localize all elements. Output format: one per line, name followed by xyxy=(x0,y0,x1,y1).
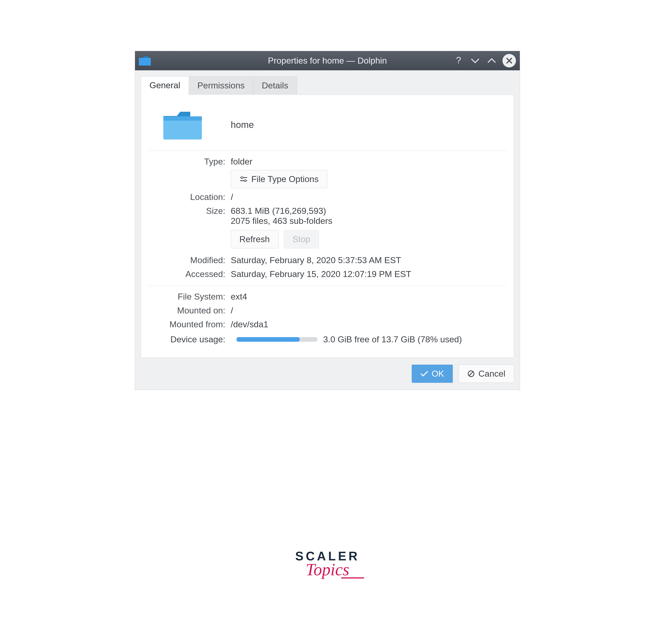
mounted-from-label: Mounted from: xyxy=(148,319,231,329)
mounted-on-label: Mounted on: xyxy=(148,305,231,316)
modified-value: Saturday, February 8, 2020 5:37:53 AM ES… xyxy=(231,255,507,265)
no-icon xyxy=(467,370,475,377)
app-folder-icon xyxy=(139,56,151,66)
svg-line-9 xyxy=(469,372,473,376)
maximize-button[interactable] xyxy=(486,55,497,66)
svg-point-5 xyxy=(241,177,243,179)
type-label: Type: xyxy=(148,157,231,188)
tab-permissions[interactable]: Permissions xyxy=(189,76,253,95)
svg-rect-0 xyxy=(139,58,151,66)
brand-logo: SCALER Topics xyxy=(0,549,655,579)
help-button[interactable]: ? xyxy=(453,55,464,66)
minimize-button[interactable] xyxy=(469,55,481,66)
folder-name: home xyxy=(231,119,254,130)
button-label: File Type Options xyxy=(251,174,319,184)
file-type-options-button[interactable]: File Type Options xyxy=(231,170,327,188)
check-icon xyxy=(420,370,428,377)
size-line-1: 683.1 MiB (716,269,593) xyxy=(231,206,507,216)
properties-dialog: Properties for home — Dolphin ? General xyxy=(135,51,520,390)
dialog-footer: OK Cancel xyxy=(141,358,514,383)
button-label: Stop xyxy=(293,234,310,244)
filesystem-label: File System: xyxy=(148,292,231,302)
svg-text:?: ? xyxy=(456,55,461,65)
tab-details[interactable]: Details xyxy=(253,76,297,95)
device-usage-text: 3.0 GiB free of 13.7 GiB (78% used) xyxy=(323,335,462,344)
size-line-2: 2075 files, 463 sub-folders xyxy=(231,216,507,226)
close-button[interactable] xyxy=(502,54,516,67)
tab-label: Permissions xyxy=(197,80,244,90)
tab-general[interactable]: General xyxy=(141,76,189,95)
mounted-from-value: /dev/sda1 xyxy=(231,319,507,329)
tab-label: General xyxy=(149,80,180,90)
button-label: Refresh xyxy=(239,234,270,244)
accessed-value: Saturday, February 15, 2020 12:07:19 PM … xyxy=(231,269,507,279)
modified-label: Modified: xyxy=(148,255,231,265)
brand-line-2: Topics xyxy=(0,560,655,579)
refresh-button[interactable]: Refresh xyxy=(231,230,279,248)
accessed-label: Accessed: xyxy=(148,269,231,279)
titlebar[interactable]: Properties for home — Dolphin ? xyxy=(135,51,520,70)
tabstrip: General Permissions Details xyxy=(141,76,514,95)
cancel-button[interactable]: Cancel xyxy=(459,365,514,383)
svg-rect-3 xyxy=(163,116,202,121)
device-usage-bar xyxy=(236,337,318,342)
type-value: folder xyxy=(231,157,507,167)
sliders-icon xyxy=(239,176,248,183)
svg-point-7 xyxy=(244,180,246,182)
folder-icon xyxy=(161,108,204,141)
filesystem-value: ext4 xyxy=(231,292,507,302)
mounted-on-value: / xyxy=(231,305,507,316)
device-usage-fill xyxy=(236,337,300,342)
tab-label: Details xyxy=(262,80,288,90)
button-label: OK xyxy=(431,369,444,379)
client-area: General Permissions Details home xyxy=(135,70,520,390)
size-label: Size: xyxy=(148,206,231,248)
device-usage-label: Device usage: xyxy=(148,335,231,344)
location-value: / xyxy=(231,192,507,202)
stop-button: Stop xyxy=(284,230,319,248)
button-label: Cancel xyxy=(478,369,505,379)
location-label: Location: xyxy=(148,192,231,202)
ok-button[interactable]: OK xyxy=(412,365,453,383)
tab-panel-general: home Type: folder xyxy=(141,95,514,358)
